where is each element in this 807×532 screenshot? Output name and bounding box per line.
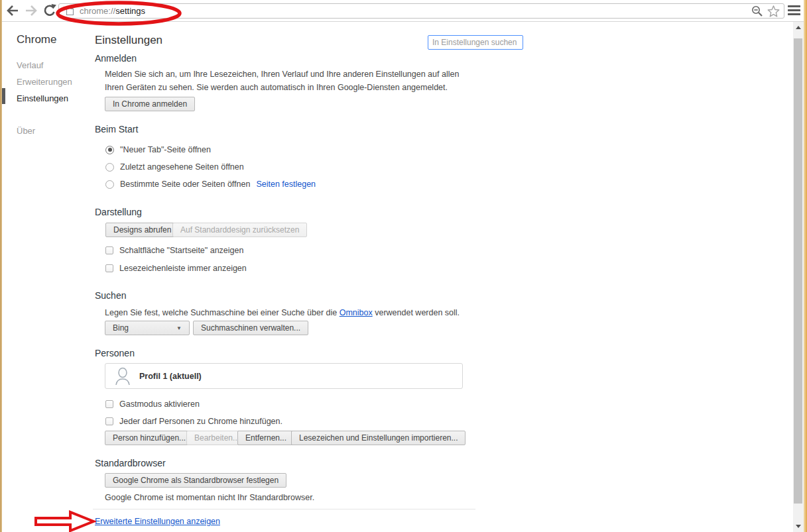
forward-icon[interactable] <box>24 3 38 18</box>
settings-search-input[interactable] <box>428 35 523 50</box>
checkbox-icon[interactable] <box>105 417 113 425</box>
right-edge-strip <box>804 0 807 532</box>
startup-option-newtab[interactable]: "Neuer Tab"-Seite öffnen <box>105 145 211 154</box>
get-themes-button[interactable]: Designs abrufen <box>105 223 179 237</box>
section-darstellung-title: Darstellung <box>95 207 142 217</box>
scrollbar-thumb[interactable] <box>794 38 802 504</box>
chevron-down-icon: ▼ <box>176 325 182 331</box>
scroll-down-icon[interactable] <box>793 521 804 532</box>
sidebar-item-verlauf[interactable]: Verlauf <box>17 60 43 70</box>
zoom-out-icon[interactable] <box>751 5 763 17</box>
search-engine-dropdown[interactable]: Bing ▼ <box>105 321 190 335</box>
startup-option-continue[interactable]: Zuletzt angesehene Seiten öffnen <box>105 162 244 172</box>
remove-person-button[interactable]: Entfernen... <box>237 431 294 445</box>
url-text: chrome://settings <box>80 6 145 16</box>
annotation-arrow-advanced-settings <box>33 509 96 532</box>
profile-name: Profil 1 (aktuell) <box>139 372 202 381</box>
profile-row[interactable]: Profil 1 (aktuell) <box>105 363 463 389</box>
default-browser-status: Google Chrome ist momentan nicht Ihr Sta… <box>105 491 314 504</box>
add-person-button[interactable]: Person hinzufügen... <box>105 431 194 445</box>
bookmark-star-icon[interactable] <box>767 5 780 17</box>
section-anmelden-title: Anmelden <box>95 53 137 64</box>
vertical-scrollbar[interactable] <box>793 22 804 532</box>
anyone-add-person-option[interactable]: Jeder darf Personen zu Chrome hinzufügen… <box>105 417 282 426</box>
checkbox-icon[interactable] <box>105 246 113 254</box>
menu-icon[interactable] <box>788 5 800 16</box>
browser-toolbar: chrome://settings <box>0 0 807 22</box>
radio-checked-icon[interactable] <box>105 146 114 154</box>
checkbox-icon[interactable] <box>105 400 113 408</box>
make-default-browser-button[interactable]: Google Chrome als Standardbrowser festle… <box>105 473 286 488</box>
profile-avatar-icon <box>115 367 131 386</box>
radio-icon[interactable] <box>105 163 114 172</box>
page-icon <box>66 6 74 16</box>
left-edge-strip <box>0 0 2 532</box>
section-beim-start-title: Beim Start <box>95 124 138 134</box>
checkbox-icon[interactable] <box>105 264 113 272</box>
sidebar-item-erweiterungen[interactable]: Erweiterungen <box>17 77 72 87</box>
seiten-festlegen-link[interactable]: Seiten festlegen <box>256 180 316 189</box>
page-title: Einstellungen <box>95 34 162 47</box>
manage-search-engines-button[interactable]: Suchmaschinen verwalten... <box>193 321 308 335</box>
url-bar[interactable]: chrome://settings <box>58 3 784 19</box>
show-bookmarks-bar-option[interactable]: Lesezeichenleiste immer anzeigen <box>105 264 247 273</box>
reload-icon[interactable] <box>42 3 57 18</box>
show-home-button-option[interactable]: Schaltfläche "Startseite" anzeigen <box>105 246 243 255</box>
section-personen-title: Personen <box>95 348 135 358</box>
section-standardbrowser-title: Standardbrowser <box>95 458 166 468</box>
scroll-up-icon[interactable] <box>793 22 804 33</box>
sidebar-title: Chrome <box>17 33 56 46</box>
sidebar-item-ueber[interactable]: Über <box>17 126 35 136</box>
suchen-description: Legen Sie fest, welche Suchmaschine bei … <box>105 306 503 319</box>
show-advanced-settings-link[interactable]: Erweiterte Einstellungen anzeigen <box>95 517 220 526</box>
startup-option-pages[interactable]: Bestimmte Seite oder Seiten öffnen Seite… <box>105 180 316 189</box>
sign-in-button[interactable]: In Chrome anmelden <box>105 97 195 111</box>
omnibox-link[interactable]: Omnibox <box>340 308 373 317</box>
radio-icon[interactable] <box>105 180 114 189</box>
footer-divider <box>93 509 475 509</box>
import-bookmarks-button[interactable]: Lesezeichen und Einstellungen importiere… <box>291 431 466 445</box>
back-icon[interactable] <box>5 3 20 18</box>
reset-theme-button[interactable]: Auf Standarddesign zurücksetzen <box>172 223 307 237</box>
url-scheme: chrome:// <box>80 6 115 16</box>
guest-mode-option[interactable]: Gastmodus aktivieren <box>105 399 200 409</box>
url-page: settings <box>115 6 145 16</box>
section-suchen-title: Suchen <box>95 290 126 301</box>
sidebar-item-einstellungen[interactable]: Einstellungen <box>17 93 68 103</box>
